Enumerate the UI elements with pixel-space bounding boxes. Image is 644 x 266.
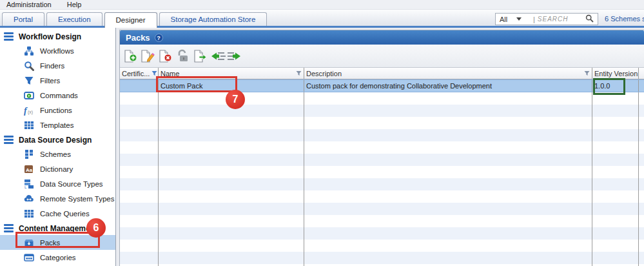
sidebar-item-label: Filters [40, 77, 60, 85]
cell-empty [120, 154, 159, 166]
sidebar-item-schemes[interactable]: Schemes [0, 147, 115, 161]
delete-pack-button[interactable] [156, 48, 173, 65]
cell-empty [639, 141, 644, 154]
cell-empty [639, 105, 644, 117]
sidebar-item-data-source-types[interactable]: L Data Source Types [0, 176, 115, 191]
table-row-empty[interactable] [120, 154, 644, 166]
schemes-selected-status: 6 Schemes select [605, 15, 644, 23]
table-row-empty[interactable] [120, 252, 644, 264]
cell-empty [639, 166, 644, 178]
search-input[interactable] [538, 15, 585, 23]
cell-empty [592, 154, 639, 166]
tab-designer[interactable]: Designer [104, 12, 157, 28]
cell-empty [592, 215, 639, 227]
cell-empty [304, 129, 592, 141]
sidebar-item-label: Finders [40, 62, 64, 70]
cell-empty [120, 178, 159, 190]
tab-storage-automation-store[interactable]: Storage Automation Store [159, 12, 268, 26]
export-pack-button[interactable] [191, 48, 208, 65]
cell-empty [592, 203, 639, 215]
annotation-rect-entity-version [593, 78, 625, 95]
table-row-empty[interactable] [120, 105, 644, 117]
sidebar-item-filters[interactable]: Filters [0, 73, 115, 88]
column-header-entity-version[interactable]: Entity Version [592, 68, 639, 79]
column-header-description[interactable]: Description [304, 68, 592, 79]
sidebar-item-workflows[interactable]: Workflows [0, 43, 115, 58]
table-row-empty[interactable] [120, 178, 644, 190]
cell-empty [304, 190, 592, 203]
cell-empty [639, 252, 644, 264]
sidebar-item-dictionary[interactable]: Aa Dictionary [0, 161, 115, 176]
table-row-empty[interactable] [120, 215, 644, 227]
cell-description[interactable]: Custom pack for demonstrating Collaborat… [304, 80, 592, 92]
cell-empty [639, 117, 644, 129]
cell-empty [159, 240, 304, 252]
magnifier-icon[interactable] [585, 14, 594, 24]
new-pack-button[interactable] [121, 48, 139, 65]
section-title: Workflow Design [19, 32, 81, 41]
svg-text:(x): (x) [28, 110, 33, 115]
table-row-empty[interactable] [120, 166, 644, 178]
help-icon[interactable]: ? [155, 34, 163, 42]
categories-icon [23, 252, 35, 263]
cell-empty [159, 129, 304, 141]
table-row-empty[interactable] [120, 190, 644, 203]
search-scope-dropdown[interactable]: All [496, 14, 529, 25]
section-workflow-design[interactable]: Workflow Design [0, 30, 115, 43]
menu-administration[interactable]: Administration [0, 0, 59, 10]
cell-empty [304, 203, 592, 215]
tab-execution[interactable]: Execution [46, 12, 102, 26]
column-header-spacer [639, 68, 644, 79]
cell-empty [120, 92, 159, 105]
filter-icon[interactable] [296, 70, 302, 77]
panel-header: Packs ? [120, 30, 644, 45]
cell-empty [120, 190, 159, 203]
filter-icon[interactable] [584, 70, 590, 77]
cell-empty [159, 203, 304, 215]
tab-portal[interactable]: Portal [2, 12, 44, 26]
funnel-icon [23, 76, 35, 86]
table-row-empty[interactable] [120, 92, 644, 105]
packs-toolbar [120, 45, 644, 68]
section-data-source-design[interactable]: Data Source Design [0, 134, 115, 147]
unlock-pack-button[interactable] [173, 48, 191, 65]
sidebar-item-templates[interactable]: Templates [0, 118, 115, 132]
annotation-badge-7: 7 [226, 90, 245, 109]
sidebar-item-remote-system-types[interactable]: Remote System Types [0, 191, 115, 206]
sidebar-item-label: Commands [40, 92, 78, 99]
cell-empty [120, 117, 159, 129]
column-label: Description [306, 70, 342, 77]
table-row-empty[interactable] [120, 203, 644, 215]
cell-empty [592, 105, 639, 117]
cell-empty [120, 215, 159, 227]
sidebar-item-functions[interactable]: f(x) Functions [0, 103, 115, 118]
column-label: Entity Version [594, 70, 638, 77]
column-header-certification[interactable]: Certific... ▲ [120, 68, 159, 79]
cell-empty [304, 166, 592, 178]
magnifier-icon [23, 61, 35, 71]
search-scope-value: All [500, 15, 507, 23]
table-row-empty[interactable] [120, 240, 644, 252]
export-to-server-button[interactable] [226, 48, 243, 65]
import-from-server-button[interactable] [208, 48, 226, 65]
table-row-empty[interactable] [120, 227, 644, 240]
table-row-empty[interactable] [120, 141, 644, 154]
menu-help[interactable]: Help [59, 0, 90, 10]
cell-empty [120, 105, 159, 117]
cell-empty [304, 240, 592, 252]
cell-empty [159, 190, 304, 203]
cell-certification[interactable] [120, 80, 159, 92]
cell-empty [304, 105, 592, 117]
sidebar-item-commands[interactable]: Commands [0, 88, 115, 103]
sidebar-item-finders[interactable]: Finders [0, 58, 115, 73]
cell-empty [639, 154, 644, 166]
table-row-empty[interactable] [120, 129, 644, 141]
sidebar-item-label: Cache Queries [40, 210, 90, 218]
cell-empty [304, 117, 592, 129]
cell-empty [120, 203, 159, 215]
table-row-empty[interactable] [120, 117, 644, 129]
cell-empty [304, 141, 592, 154]
sidebar-item-categories[interactable]: Categories [0, 250, 115, 265]
edit-pack-button[interactable] [139, 48, 156, 65]
application-window: Administration Help Portal Execution Des… [0, 0, 644, 266]
